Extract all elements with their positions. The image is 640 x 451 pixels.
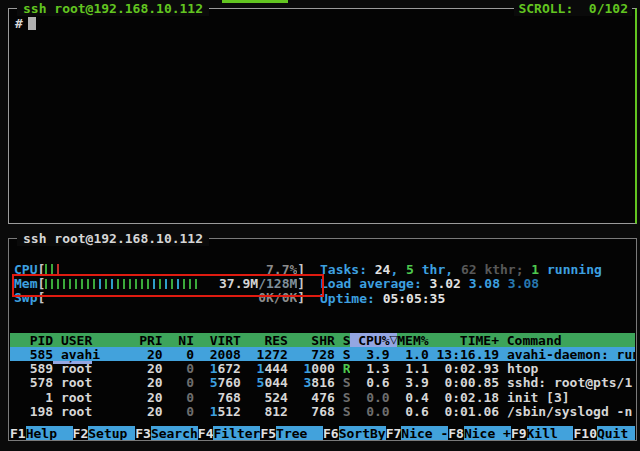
meter-bar <box>159 279 161 289</box>
fn-action-setup[interactable]: Setup <box>88 426 135 440</box>
cell-mem: 3.9 <box>390 375 429 390</box>
column-pid[interactable]: PID <box>14 333 53 347</box>
cell-time: 0:00.85 <box>429 375 499 390</box>
fn-key-f1[interactable]: F1 <box>10 426 26 440</box>
cpu-meter-bars <box>45 264 63 274</box>
cell-cmd: init [3] <box>499 390 635 405</box>
bracket: [ <box>37 290 45 305</box>
meter-bar <box>105 279 107 289</box>
meter-bar <box>45 264 47 274</box>
cell-user: avahi <box>53 347 131 362</box>
cell-cmd: sshd: root@pts/1 <box>499 375 635 390</box>
summary-column: Tasks: 24, 5 thr, 62 kthr; 1 running Loa… <box>320 262 602 305</box>
fn-key-f7[interactable]: F7 <box>386 426 402 440</box>
column-cpu-sorted[interactable]: CPU% <box>350 333 389 347</box>
fn-key-f9[interactable]: F9 <box>511 426 527 440</box>
cell-cpu: 0.0 <box>350 404 389 419</box>
meter-bar <box>57 279 59 289</box>
column-pri[interactable]: PRI <box>131 333 162 347</box>
column-mem[interactable]: MEM% <box>397 333 428 347</box>
swp-meter[interactable]: Swp[0K/0K] <box>14 291 305 305</box>
bracket: [ <box>37 276 45 291</box>
meter-bar <box>117 279 119 289</box>
fn-key-f3[interactable]: F3 <box>135 426 151 440</box>
column-time[interactable]: TIME+ <box>429 333 499 347</box>
fn-key-f6[interactable]: F6 <box>323 426 339 440</box>
fn-key-f8[interactable]: F8 <box>448 426 464 440</box>
fn-action-filter[interactable]: Filter <box>213 426 260 440</box>
meter-bar <box>129 279 131 289</box>
fn-key-f4[interactable]: F4 <box>198 426 214 440</box>
process-table: 585avahi20020081272728S3.91.013:16.19ava… <box>10 347 635 419</box>
cell-pid: 1 <box>14 390 53 405</box>
process-row[interactable]: 585avahi20020081272728S3.91.013:16.19ava… <box>10 347 635 361</box>
cell-ni: 0 <box>163 361 194 376</box>
meter-bar <box>195 279 197 289</box>
meter-bar <box>87 279 89 289</box>
process-row[interactable]: 1root200768524476S0.00.40:02.18init [3] <box>10 390 635 404</box>
fn-key-f10[interactable]: F10 <box>573 426 596 440</box>
cell-cmd: avahi-daemon: running <box>499 347 635 362</box>
cell-s: S <box>335 390 351 405</box>
mem-meter[interactable]: Mem[37.9M/128M] <box>14 276 305 290</box>
fn-action-nice-[interactable]: Nice - <box>401 426 448 440</box>
cropped-border-fragment <box>222 0 288 3</box>
cell-shr: 3816 <box>288 375 335 390</box>
fn-action-sortby[interactable]: SortBy <box>339 426 386 440</box>
column-command[interactable]: Command <box>499 333 635 347</box>
meter-bar <box>147 279 149 289</box>
cell-pri: 20 <box>131 390 162 405</box>
process-row[interactable]: 578root200576050443816S0.63.90:00.85sshd… <box>10 376 635 390</box>
meter-bar <box>183 279 185 289</box>
uptime: Uptime: 05:05:35 <box>320 291 602 305</box>
cell-cpu: 3.9 <box>350 347 389 362</box>
cell-pid: 198 <box>14 404 53 419</box>
cell-res: 5044 <box>241 375 288 390</box>
meter-bar <box>99 279 101 289</box>
cell-time: 0:02.18 <box>429 390 499 405</box>
fn-key-f2[interactable]: F2 <box>73 426 89 440</box>
bottom-pane-title: ssh root@192.168.10.112 <box>17 231 209 246</box>
fn-action-search[interactable]: Search <box>151 426 198 440</box>
cell-virt: 1672 <box>194 361 241 376</box>
cell-s: S <box>335 347 351 362</box>
cpu-meter-value: 7.7% <box>266 262 297 277</box>
shell-prompt-line[interactable]: # <box>15 16 36 31</box>
column-ni[interactable]: NI <box>163 333 194 347</box>
cell-ni: 0 <box>163 347 194 362</box>
column-res[interactable]: RES <box>241 333 288 347</box>
table-header: PID USER PRI NI VIRT RES SHR S CPU% ▽ ME… <box>10 333 635 347</box>
top-pane-shell[interactable]: ssh root@192.168.10.112 SCROLL: 0/102 # <box>8 8 637 224</box>
cell-ni: 0 <box>163 375 194 390</box>
process-row[interactable]: 589root200167214441000R1.31.10:02.93htop <box>10 361 635 375</box>
process-row[interactable]: 198root2001512812768S0.00.60:01.06/sbin/… <box>10 405 635 419</box>
cell-time: 0:01.06 <box>429 404 499 419</box>
bracket: ] <box>297 262 305 277</box>
swp-meter-value: 0K/0K <box>258 290 297 305</box>
fn-action-quit[interactable]: Quit <box>597 426 635 440</box>
meter-bar <box>51 279 53 289</box>
meter-bar <box>111 279 113 289</box>
column-s[interactable]: S <box>335 333 351 347</box>
bottom-pane-htop[interactable]: ssh root@192.168.10.112 CPU[7.7%] Mem[37… <box>8 238 637 441</box>
function-key-bar: F1HelpF2SetupF3SearchF4FilterF5TreeF6Sor… <box>10 426 635 440</box>
fn-action-nice-[interactable]: Nice + <box>464 426 511 440</box>
cursor-block <box>28 17 36 30</box>
cell-pri: 20 <box>131 375 162 390</box>
fn-action-tree[interactable]: Tree <box>276 426 323 440</box>
cell-mem: 1.1 <box>390 361 429 376</box>
fn-key-f5[interactable]: F5 <box>260 426 276 440</box>
cpu-meter[interactable]: CPU[7.7%] <box>14 262 305 276</box>
meter-bar <box>81 279 83 289</box>
fn-action-help[interactable]: Help <box>26 426 73 440</box>
meters-column: CPU[7.7%] Mem[37.9M/128M] Swp[0K/0K] <box>14 262 305 305</box>
cell-s: R <box>335 361 351 376</box>
fn-action-kill[interactable]: Kill <box>527 426 574 440</box>
column-virt[interactable]: VIRT <box>194 333 241 347</box>
cell-virt: 2008 <box>194 347 241 362</box>
cell-shr: 728 <box>288 347 335 362</box>
column-shr[interactable]: SHR <box>288 333 335 347</box>
cell-ni: 0 <box>163 404 194 419</box>
column-user[interactable]: USER <box>53 333 131 347</box>
cell-ni: 0 <box>163 390 194 405</box>
